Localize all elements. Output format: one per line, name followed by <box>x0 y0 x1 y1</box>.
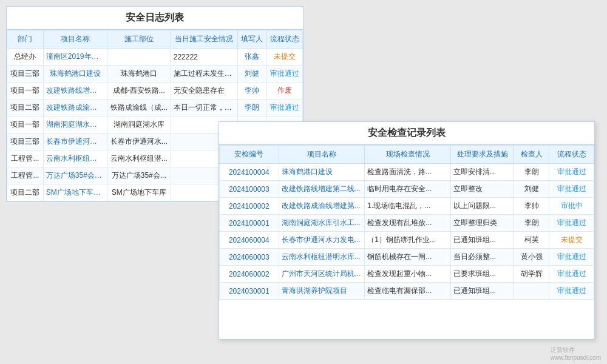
project-cell[interactable]: 广州市天河区统计局机... <box>279 266 365 283</box>
measure-cell: 立即整改 <box>451 181 514 198</box>
project-cell[interactable]: SM广场地下车库更换摄... <box>43 184 107 201</box>
site-cell: 万达广场35#会... <box>107 167 171 184</box>
situation-cell: 1.现场临电混乱，... <box>365 198 451 215</box>
table-row: 2024060004长春市伊通河水力发电...（1）钢筋绑扎作业...已通知班组… <box>220 232 594 249</box>
dept-cell: 项目二部 <box>7 99 44 116</box>
safety-log-header: 部门 项目名称 施工部位 当日施工安全情况 填写人 流程状态 <box>7 30 303 49</box>
table-row: 项目一部改建铁路线增建第二线直...成都-西安铁路...无安全隐患存在李帅作废 <box>7 83 303 99</box>
watermark-line2: www.fanpusol.com <box>551 354 601 361</box>
dept-cell: 总经办 <box>7 49 44 66</box>
status-cell: 审批通过 <box>549 164 594 181</box>
safety-inspection-panel: 安全检查记录列表 安检编号 项目名称 现场检查情况 处理要求及措施 检查人 流程… <box>219 121 595 340</box>
measure-cell: 以上问题限... <box>451 198 514 215</box>
project-cell[interactable]: 湖南洞庭湖水库引水工程... <box>43 116 107 133</box>
safety-inspection-body: 2024100004珠海鹤港口建设检查路面清洗，路...立即安排清...李朗审批… <box>220 164 594 300</box>
status-cell: 审批通过 <box>266 66 303 83</box>
status-cell: 审批通过 <box>266 99 303 116</box>
dept-cell: 项目一部 <box>7 116 44 133</box>
site-cell: 成都-西安铁路... <box>107 83 171 99</box>
situation-cell: 检查临电有漏保部... <box>365 283 451 300</box>
id-cell[interactable]: 2024060002 <box>220 266 279 283</box>
measure-cell: 已通知班组... <box>451 232 514 249</box>
situation-cell: 222222 <box>171 49 237 66</box>
site-cell: 长春市伊通河水... <box>107 133 171 150</box>
situation-cell: 施工过程未发生安全事故... <box>171 66 237 83</box>
table-row: 2024100003改建铁路线增建第二线...临时用电存在安全...立即整改刘健… <box>220 181 594 198</box>
project-cell[interactable]: 珠海鹤港口建设 <box>43 66 107 83</box>
inspector-cell: 李朗 <box>514 164 549 181</box>
id-cell[interactable]: 2024100002 <box>220 198 279 215</box>
col-project-name: 项目名称 <box>279 146 365 164</box>
situation-cell: （1）钢筋绑扎作业... <box>365 232 451 249</box>
status-cell: 审批通过 <box>549 215 594 232</box>
col-check-situation: 现场检查情况 <box>365 146 451 164</box>
project-cell[interactable]: 万达广场35#会所及咖啡... <box>43 167 107 184</box>
table-row: 项目二部改建铁路成渝线增建第二...铁路成渝线（成...本日一切正常，无事故发.… <box>7 99 303 116</box>
status-cell: 未提交 <box>549 232 594 249</box>
project-cell[interactable]: 珠海鹤港口建设 <box>279 164 365 181</box>
measure-cell: 已通知班组... <box>451 283 514 300</box>
project-cell[interactable]: 改建铁路线增建第二线直... <box>43 83 107 99</box>
inspector-cell: 黄小强 <box>514 249 549 266</box>
project-cell[interactable]: 湖南洞庭湖水库引水工... <box>279 215 365 232</box>
dept-cell: 项目二部 <box>7 184 44 201</box>
measure-cell: 当日必须整... <box>451 249 514 266</box>
measure-cell: 立即安排清... <box>451 164 514 181</box>
id-cell[interactable]: 2024060004 <box>220 232 279 249</box>
project-cell[interactable]: 青海洪湖养护院项目 <box>279 283 365 300</box>
status-cell: 审批通过 <box>549 283 594 300</box>
author-cell: 李帅 <box>237 83 266 99</box>
dept-cell: 项目一部 <box>7 83 44 99</box>
project-cell[interactable]: 潼南区2019年绿化补贴项... <box>43 49 107 66</box>
table-row: 项目三部珠海鹤港口建设珠海鹤港口施工过程未发生安全事故...刘健审批通过 <box>7 66 303 83</box>
status-cell: 未提交 <box>266 49 303 66</box>
id-cell[interactable]: 2024100001 <box>220 215 279 232</box>
situation-cell: 检查发现有乱堆放... <box>365 215 451 232</box>
project-cell[interactable]: 云南水利枢纽潜明水库... <box>279 249 365 266</box>
project-cell[interactable]: 云南水利枢纽潜明水库一... <box>43 150 107 167</box>
col-flow-status: 流程状态 <box>549 146 594 164</box>
safety-inspection-header: 安检编号 项目名称 现场检查情况 处理要求及措施 检查人 流程状态 <box>220 146 594 164</box>
table-row: 总经办潼南区2019年绿化补贴项...222222张鑫未提交 <box>7 49 303 66</box>
status-cell: 作废 <box>266 83 303 99</box>
col-situation: 当日施工安全情况 <box>171 30 237 49</box>
id-cell[interactable]: 2024060003 <box>220 249 279 266</box>
table-row: 2024060002广州市天河区统计局机...检查发现起重小物...已要求班组.… <box>220 266 594 283</box>
col-inspector: 检查人 <box>514 146 549 164</box>
site-cell: 湖南洞庭湖水库 <box>107 116 171 133</box>
project-cell[interactable]: 长春市伊通河水力发电厂... <box>43 133 107 150</box>
watermark: 泛普软件 www.fanpusol.com <box>551 346 601 361</box>
id-cell[interactable]: 2024100003 <box>220 181 279 198</box>
table-row: 2024030001青海洪湖养护院项目检查临电有漏保部...已通知班组...审批… <box>220 283 594 300</box>
situation-cell: 钢筋机械存在一闸... <box>365 249 451 266</box>
project-cell[interactable]: 长春市伊通河水力发电... <box>279 232 365 249</box>
safety-inspection-title: 安全检查记录列表 <box>219 122 594 145</box>
measure-cell: 立即整理归类 <box>451 215 514 232</box>
situation-cell: 无安全隐患存在 <box>171 83 237 99</box>
col-measure: 处理要求及措施 <box>451 146 514 164</box>
col-project: 项目名称 <box>43 30 107 49</box>
inspector-cell: 李朗 <box>514 215 549 232</box>
project-cell[interactable]: 改建铁路成渝线增建第... <box>279 198 365 215</box>
inspector-cell <box>514 283 549 300</box>
inspector-cell: 胡学辉 <box>514 266 549 283</box>
status-cell: 审批通过 <box>549 181 594 198</box>
project-cell[interactable]: 改建铁路线增建第二线... <box>279 181 365 198</box>
site-cell: 珠海鹤港口 <box>107 66 171 83</box>
safety-log-title: 安全日志列表 <box>7 7 303 30</box>
safety-inspection-table: 安检编号 项目名称 现场检查情况 处理要求及措施 检查人 流程状态 202410… <box>219 145 594 300</box>
id-cell[interactable]: 2024030001 <box>220 283 279 300</box>
author-cell: 张鑫 <box>237 49 266 66</box>
dept-cell: 工程管... <box>7 167 44 184</box>
author-cell: 刘健 <box>237 66 266 83</box>
col-status: 流程状态 <box>266 30 303 49</box>
id-cell[interactable]: 2024100004 <box>220 164 279 181</box>
col-dept: 部门 <box>7 30 44 49</box>
dept-cell: 项目三部 <box>7 66 44 83</box>
measure-cell: 已要求班组... <box>451 266 514 283</box>
watermark-line1: 泛普软件 <box>551 346 601 354</box>
project-cell[interactable]: 改建铁路成渝线增建第二... <box>43 99 107 116</box>
inspector-cell: 李帅 <box>514 198 549 215</box>
status-cell: 审批通过 <box>549 249 594 266</box>
col-site: 施工部位 <box>107 30 171 49</box>
